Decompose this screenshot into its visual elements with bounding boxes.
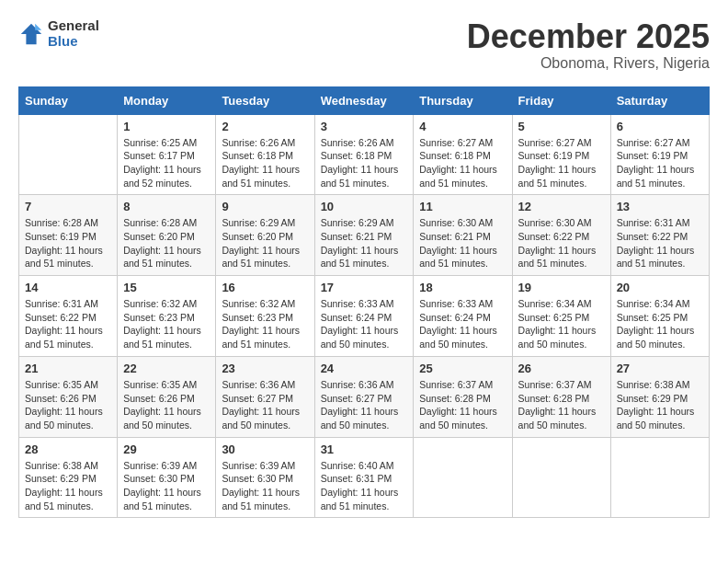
cell-info: Sunrise: 6:40 AM Sunset: 6:31 PM Dayligh…: [321, 459, 408, 513]
day-number: 15: [123, 281, 210, 294]
cell-info: Sunrise: 6:38 AM Sunset: 6:29 PM Dayligh…: [25, 459, 111, 513]
week-row-1: 1Sunrise: 6:25 AM Sunset: 6:17 PM Daylig…: [19, 114, 710, 195]
day-number: 6: [617, 120, 703, 133]
day-number: 30: [222, 442, 308, 456]
logo-general: General: [48, 18, 99, 34]
cell-info: Sunrise: 6:25 AM Sunset: 6:17 PM Dayligh…: [123, 136, 210, 190]
cell-info: Sunrise: 6:31 AM Sunset: 6:22 PM Dayligh…: [617, 216, 703, 270]
page-header: General Blue December 2025 Obonoma, Rive…: [18, 18, 710, 72]
calendar-cell: 3Sunrise: 6:26 AM Sunset: 6:18 PM Daylig…: [314, 114, 414, 195]
day-number: 11: [419, 200, 506, 213]
day-number: 31: [321, 442, 408, 456]
cell-info: Sunrise: 6:33 AM Sunset: 6:24 PM Dayligh…: [419, 297, 506, 351]
cell-info: Sunrise: 6:32 AM Sunset: 6:23 PM Dayligh…: [222, 297, 308, 351]
cell-info: Sunrise: 6:35 AM Sunset: 6:26 PM Dayligh…: [123, 378, 210, 432]
day-number: 7: [25, 200, 111, 213]
calendar-cell: [414, 437, 512, 518]
calendar-cell: 26Sunrise: 6:37 AM Sunset: 6:28 PM Dayli…: [512, 356, 610, 437]
week-row-3: 14Sunrise: 6:31 AM Sunset: 6:22 PM Dayli…: [19, 276, 710, 357]
day-number: 27: [617, 362, 703, 375]
cell-info: Sunrise: 6:31 AM Sunset: 6:22 PM Dayligh…: [25, 297, 111, 351]
cell-info: Sunrise: 6:39 AM Sunset: 6:30 PM Dayligh…: [222, 459, 308, 513]
calendar-cell: 21Sunrise: 6:35 AM Sunset: 6:26 PM Dayli…: [19, 356, 118, 437]
calendar-cell: 9Sunrise: 6:29 AM Sunset: 6:20 PM Daylig…: [216, 195, 314, 276]
cell-info: Sunrise: 6:36 AM Sunset: 6:27 PM Dayligh…: [222, 378, 308, 432]
calendar-cell: 22Sunrise: 6:35 AM Sunset: 6:26 PM Dayli…: [118, 356, 216, 437]
calendar-cell: 23Sunrise: 6:36 AM Sunset: 6:27 PM Dayli…: [216, 356, 314, 437]
cell-info: Sunrise: 6:37 AM Sunset: 6:28 PM Dayligh…: [518, 378, 605, 432]
calendar-cell: 30Sunrise: 6:39 AM Sunset: 6:30 PM Dayli…: [216, 437, 314, 518]
calendar-cell: 12Sunrise: 6:30 AM Sunset: 6:22 PM Dayli…: [512, 195, 610, 276]
logo-text: General Blue: [48, 18, 99, 49]
calendar-cell: 27Sunrise: 6:38 AM Sunset: 6:29 PM Dayli…: [610, 356, 709, 437]
cell-info: Sunrise: 6:36 AM Sunset: 6:27 PM Dayligh…: [321, 378, 408, 432]
day-number: 26: [518, 362, 605, 375]
calendar-cell: 20Sunrise: 6:34 AM Sunset: 6:25 PM Dayli…: [610, 276, 709, 357]
calendar-cell: [610, 437, 709, 518]
col-header-tuesday: Tuesday: [216, 86, 314, 114]
calendar-cell: 4Sunrise: 6:27 AM Sunset: 6:18 PM Daylig…: [414, 114, 512, 195]
cell-info: Sunrise: 6:27 AM Sunset: 6:19 PM Dayligh…: [617, 136, 703, 190]
day-number: 4: [419, 120, 506, 133]
cell-info: Sunrise: 6:28 AM Sunset: 6:20 PM Dayligh…: [123, 216, 210, 270]
day-number: 5: [518, 120, 605, 133]
cell-info: Sunrise: 6:34 AM Sunset: 6:25 PM Dayligh…: [617, 297, 703, 351]
title-block: December 2025 Obonoma, Rivers, Nigeria: [467, 18, 710, 72]
cell-info: Sunrise: 6:27 AM Sunset: 6:19 PM Dayligh…: [518, 136, 605, 190]
calendar-cell: 18Sunrise: 6:33 AM Sunset: 6:24 PM Dayli…: [414, 276, 512, 357]
day-number: 16: [222, 281, 308, 294]
calendar-cell: 28Sunrise: 6:38 AM Sunset: 6:29 PM Dayli…: [19, 437, 118, 518]
day-number: 23: [222, 362, 308, 375]
calendar-cell: 1Sunrise: 6:25 AM Sunset: 6:17 PM Daylig…: [118, 114, 216, 195]
location-subtitle: Obonoma, Rivers, Nigeria: [467, 55, 710, 72]
col-header-wednesday: Wednesday: [314, 86, 414, 114]
day-number: 21: [25, 362, 111, 375]
day-number: 19: [518, 281, 605, 294]
calendar-cell: [512, 437, 610, 518]
week-row-4: 21Sunrise: 6:35 AM Sunset: 6:26 PM Dayli…: [19, 356, 710, 437]
calendar-cell: 16Sunrise: 6:32 AM Sunset: 6:23 PM Dayli…: [216, 276, 314, 357]
calendar-cell: 19Sunrise: 6:34 AM Sunset: 6:25 PM Dayli…: [512, 276, 610, 357]
calendar-cell: 31Sunrise: 6:40 AM Sunset: 6:31 PM Dayli…: [314, 437, 414, 518]
cell-info: Sunrise: 6:29 AM Sunset: 6:20 PM Dayligh…: [222, 216, 308, 270]
day-number: 8: [123, 200, 210, 213]
calendar-cell: 13Sunrise: 6:31 AM Sunset: 6:22 PM Dayli…: [610, 195, 709, 276]
day-number: 14: [25, 281, 111, 294]
calendar-cell: [19, 114, 118, 195]
calendar-cell: 24Sunrise: 6:36 AM Sunset: 6:27 PM Dayli…: [314, 356, 414, 437]
svg-marker-0: [21, 23, 41, 43]
header-row: SundayMondayTuesdayWednesdayThursdayFrid…: [19, 86, 710, 114]
day-number: 1: [123, 120, 210, 133]
col-header-sunday: Sunday: [19, 86, 118, 114]
cell-info: Sunrise: 6:35 AM Sunset: 6:26 PM Dayligh…: [25, 378, 111, 432]
day-number: 12: [518, 200, 605, 213]
day-number: 28: [25, 442, 111, 456]
cell-info: Sunrise: 6:39 AM Sunset: 6:30 PM Dayligh…: [123, 459, 210, 513]
day-number: 2: [222, 120, 308, 133]
cell-info: Sunrise: 6:29 AM Sunset: 6:21 PM Dayligh…: [321, 216, 408, 270]
cell-info: Sunrise: 6:26 AM Sunset: 6:18 PM Dayligh…: [222, 136, 308, 190]
logo-icon: [18, 21, 44, 47]
cell-info: Sunrise: 6:26 AM Sunset: 6:18 PM Dayligh…: [321, 136, 408, 190]
day-number: 9: [222, 200, 308, 213]
week-row-2: 7Sunrise: 6:28 AM Sunset: 6:19 PM Daylig…: [19, 195, 710, 276]
day-number: 20: [617, 281, 703, 294]
cell-info: Sunrise: 6:27 AM Sunset: 6:18 PM Dayligh…: [419, 136, 506, 190]
cell-info: Sunrise: 6:33 AM Sunset: 6:24 PM Dayligh…: [321, 297, 408, 351]
day-number: 18: [419, 281, 506, 294]
calendar-cell: 25Sunrise: 6:37 AM Sunset: 6:28 PM Dayli…: [414, 356, 512, 437]
cell-info: Sunrise: 6:30 AM Sunset: 6:22 PM Dayligh…: [518, 216, 605, 270]
day-number: 22: [123, 362, 210, 375]
cell-info: Sunrise: 6:30 AM Sunset: 6:21 PM Dayligh…: [419, 216, 506, 270]
day-number: 13: [617, 200, 703, 213]
calendar-cell: 11Sunrise: 6:30 AM Sunset: 6:21 PM Dayli…: [414, 195, 512, 276]
calendar-cell: 17Sunrise: 6:33 AM Sunset: 6:24 PM Dayli…: [314, 276, 414, 357]
col-header-monday: Monday: [118, 86, 216, 114]
week-row-5: 28Sunrise: 6:38 AM Sunset: 6:29 PM Dayli…: [19, 437, 710, 518]
cell-info: Sunrise: 6:28 AM Sunset: 6:19 PM Dayligh…: [25, 216, 111, 270]
col-header-friday: Friday: [512, 86, 610, 114]
calendar-cell: 29Sunrise: 6:39 AM Sunset: 6:30 PM Dayli…: [118, 437, 216, 518]
cell-info: Sunrise: 6:37 AM Sunset: 6:28 PM Dayligh…: [419, 378, 506, 432]
day-number: 24: [321, 362, 408, 375]
cell-info: Sunrise: 6:34 AM Sunset: 6:25 PM Dayligh…: [518, 297, 605, 351]
